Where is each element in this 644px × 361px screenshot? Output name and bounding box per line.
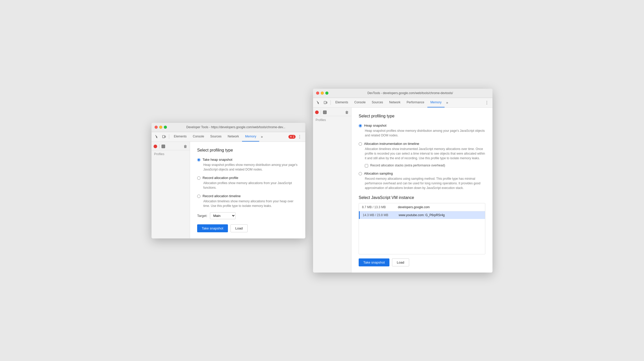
- option-label-heap-right[interactable]: Heap snapshot: [364, 124, 386, 127]
- tab-console-right[interactable]: Console: [351, 98, 369, 107]
- maximize-button-left[interactable]: [164, 126, 167, 129]
- tab-memory-right[interactable]: Memory: [427, 98, 445, 107]
- option-label-heap-left[interactable]: Take heap snapshot: [203, 158, 232, 162]
- vm-row-1[interactable]: 14.3 MB / 23.8 MB www.youtube.com: G_P6r…: [359, 211, 485, 219]
- radio-row-timeline-left: Record allocation timeline: [197, 194, 298, 198]
- button-row-left: Take snapshot Load: [197, 224, 298, 232]
- right-sidebar-toolbar: 🗑: [313, 109, 351, 116]
- tab-elements-right[interactable]: Elements: [332, 98, 351, 107]
- right-tabs: Elements Console Sources Network Perform…: [332, 98, 483, 107]
- radio-row-heap-left: Take heap snapshot: [197, 158, 298, 162]
- tab-sources-right[interactable]: Sources: [369, 98, 386, 107]
- menu-button-right[interactable]: ⋮: [483, 99, 490, 106]
- vm-size-1: 14.3 MB / 23.8 MB: [363, 213, 394, 217]
- tab-more-right[interactable]: »: [445, 98, 450, 107]
- vm-section-title: Select JavaScript VM instance: [359, 195, 485, 200]
- left-toolbar: Elements Console Sources Network Memory …: [152, 132, 305, 142]
- radio-row-instrumentation-right: Allocation instrumentation on timeline: [359, 142, 485, 146]
- option-desc-heap-right: Heap snapshot profiles show memory distr…: [359, 128, 485, 138]
- right-panel: 🗑 Profiles Select profiling type Heap sn…: [313, 108, 492, 273]
- vm-section: Select JavaScript VM instance 8.7 MB / 1…: [359, 195, 485, 254]
- checkbox-row-alloc-stacks: Record allocation stacks (extra performa…: [359, 164, 485, 167]
- option-label-sampling-right[interactable]: Allocation sampling: [364, 172, 393, 175]
- radio-row-heap-right: Heap snapshot: [359, 124, 485, 127]
- record-button-left[interactable]: [154, 145, 157, 148]
- option-alloc-sampling-right: Allocation sampling Record memory alloca…: [359, 172, 485, 190]
- profiles-label-left: Profiles: [152, 150, 190, 157]
- right-toolbar: Elements Console Sources Network Perform…: [313, 98, 492, 108]
- tab-elements-left[interactable]: Elements: [171, 132, 190, 142]
- alloc-stacks-checkbox[interactable]: [365, 164, 368, 167]
- load-button-left[interactable]: Load: [230, 224, 248, 232]
- target-select-left[interactable]: Main: [210, 212, 236, 219]
- tab-performance-right[interactable]: Performance: [404, 98, 427, 107]
- tab-memory-left[interactable]: Memory: [242, 132, 259, 142]
- radio-row-sampling-right: Allocation sampling: [359, 172, 485, 175]
- stop-button-left[interactable]: [162, 145, 165, 148]
- option-desc-heap-left: Heap snapshot profiles show memory distr…: [197, 163, 298, 172]
- option-alloc-instrumentation-right: Allocation instrumentation on timeline A…: [359, 142, 485, 167]
- right-devtools-window: DevTools - developers.google.com/web/too…: [313, 89, 492, 273]
- vm-size-0: 8.7 MB / 13.3 MB: [362, 205, 393, 209]
- maximize-button-right[interactable]: [325, 92, 328, 95]
- device-icon-right[interactable]: [322, 99, 329, 106]
- left-devtools-window: Developer Tools - https://developers.goo…: [152, 123, 305, 238]
- target-row-left: Target: Main: [197, 212, 298, 219]
- record-button-right[interactable]: [315, 111, 319, 114]
- inspect-icon-right[interactable]: [315, 99, 322, 106]
- radio-heap-right[interactable]: [359, 124, 362, 127]
- vm-row-0[interactable]: 8.7 MB / 13.3 MB developers.google.com: [359, 203, 485, 211]
- sidebar-sep-left: [159, 144, 159, 149]
- option-desc-timeline-left: Allocation timelines show memory allocat…: [197, 199, 298, 208]
- left-panel: 🗑 Profiles Select profiling type Take he…: [152, 142, 305, 238]
- profiles-label-right: Profiles: [313, 116, 351, 123]
- right-title-bar: DevTools - developers.google.com/web/too…: [313, 89, 492, 98]
- right-sidebar: 🗑 Profiles: [313, 108, 351, 273]
- tab-network-right[interactable]: Network: [386, 98, 404, 107]
- toolbar-separator-left: [169, 134, 169, 139]
- toolbar-separator-right: [330, 100, 331, 105]
- close-button-left[interactable]: [155, 126, 158, 129]
- tab-more-left[interactable]: »: [259, 132, 264, 142]
- option-desc-instrumentation-right: Allocation timelines show instrumented J…: [359, 147, 485, 161]
- clear-button-left[interactable]: 🗑: [183, 144, 188, 149]
- clear-button-right[interactable]: 🗑: [345, 110, 349, 115]
- option-label-timeline-left[interactable]: Record allocation timeline: [203, 194, 241, 198]
- menu-button-left[interactable]: ⋮: [296, 133, 303, 140]
- right-section-title: Select profiling type: [359, 114, 485, 118]
- option-label-instrumentation-right[interactable]: Allocation instrumentation on timeline: [364, 142, 419, 146]
- take-snapshot-button-right[interactable]: Take snapshot: [359, 258, 389, 266]
- option-desc-alloc-left: Allocation profiles show memory allocati…: [197, 181, 298, 190]
- alloc-stacks-label[interactable]: Record allocation stacks (extra performa…: [370, 164, 445, 167]
- tab-sources-left[interactable]: Sources: [207, 132, 225, 142]
- radio-instrumentation-right[interactable]: [359, 142, 362, 146]
- option-heap-snapshot-right: Heap snapshot Heap snapshot profiles sho…: [359, 124, 485, 138]
- radio-timeline-left[interactable]: [197, 195, 200, 198]
- button-row-right: Take snapshot Load: [359, 258, 485, 266]
- right-main-content: Select profiling type Heap snapshot Heap…: [351, 108, 492, 273]
- left-sidebar-toolbar: 🗑: [152, 143, 190, 150]
- radio-alloc-left[interactable]: [197, 176, 200, 180]
- radio-heap-left[interactable]: [197, 158, 200, 162]
- stop-button-right[interactable]: [323, 111, 327, 114]
- option-alloc-profile-left: Record allocation profile Allocation pro…: [197, 176, 298, 190]
- radio-row-alloc-left: Record allocation profile: [197, 176, 298, 180]
- minimize-button-left[interactable]: [159, 126, 162, 129]
- radio-sampling-right[interactable]: [359, 172, 362, 175]
- close-button-right[interactable]: [316, 92, 319, 95]
- left-window-title: Developer Tools - https://developers.goo…: [169, 125, 302, 129]
- load-button-right[interactable]: Load: [392, 258, 409, 266]
- svg-point-5: [325, 103, 325, 104]
- sidebar-sep-right: [321, 110, 321, 115]
- error-badge-left: ✕ 1: [288, 135, 296, 139]
- option-label-alloc-left[interactable]: Record allocation profile: [203, 176, 238, 180]
- tab-console-left[interactable]: Console: [190, 132, 207, 142]
- device-icon-left[interactable]: [161, 134, 167, 140]
- take-snapshot-button-left[interactable]: Take snapshot: [197, 224, 228, 232]
- vm-name-1: www.youtube.com: G_P6rpRSr4g: [399, 213, 482, 217]
- left-section-title: Select profiling type: [197, 148, 298, 153]
- inspect-icon-left[interactable]: [154, 134, 160, 140]
- tab-network-left[interactable]: Network: [225, 132, 242, 142]
- traffic-lights-left: [155, 126, 167, 129]
- minimize-button-right[interactable]: [321, 92, 324, 95]
